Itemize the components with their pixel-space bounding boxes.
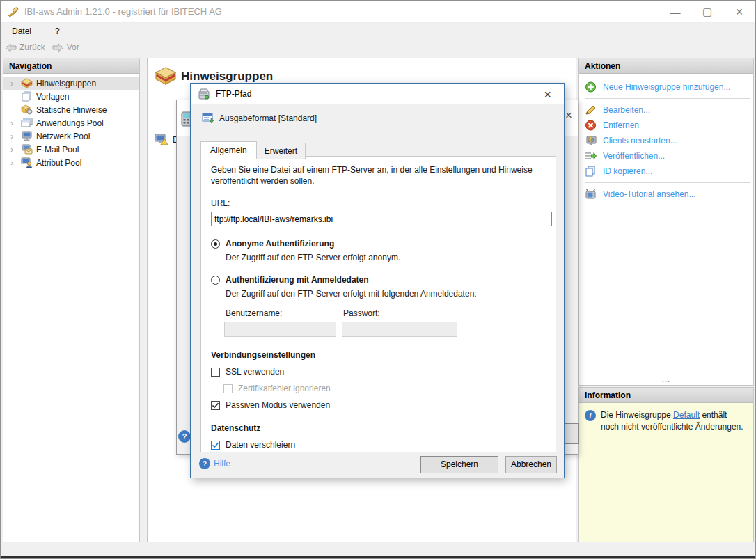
back-arrow-icon bbox=[5, 43, 17, 52]
expand-chevron-icon[interactable]: › bbox=[10, 80, 17, 87]
expand-chevron-icon[interactable]: › bbox=[10, 146, 17, 153]
url-input[interactable] bbox=[211, 212, 552, 226]
output-format-row: Ausgabeformat [Standard] bbox=[202, 113, 317, 123]
menu-bar: Datei ? bbox=[1, 23, 755, 39]
username-label: Benutzername: bbox=[226, 308, 343, 318]
templates-icon bbox=[21, 91, 33, 102]
expand-chevron-icon[interactable]: › bbox=[10, 120, 17, 127]
nav-item-statische-hinweise[interactable]: Statische Hinweise bbox=[3, 103, 139, 116]
nav-label: Hinweisgruppen bbox=[36, 79, 96, 88]
tab-erweitert[interactable]: Erweitert bbox=[256, 143, 306, 159]
window-bottom-edge bbox=[1, 556, 755, 558]
panel-splitter-handle[interactable]: … bbox=[661, 374, 671, 384]
dialog-title: FTP-Pfad bbox=[216, 89, 251, 99]
tab-panel-allgemein: Geben Sie eine Datei auf einem FTP-Serve… bbox=[200, 156, 556, 452]
information-message: Die Hinweisgruppe Default enthält noch n… bbox=[601, 409, 743, 535]
password-label: Passwort: bbox=[343, 308, 380, 318]
help-label: Hilfe bbox=[214, 459, 230, 469]
dialog-titlebar: FTP-Pfad × bbox=[191, 84, 564, 104]
output-format-label: Ausgabeformat [Standard] bbox=[219, 113, 317, 123]
nav-label: Statische Hinweise bbox=[36, 105, 107, 115]
action-label: ID kopieren... bbox=[603, 166, 652, 176]
nav-item-vorlagen[interactable]: Vorlagen bbox=[3, 90, 139, 103]
help-link[interactable]: ? Hilfe bbox=[199, 458, 230, 469]
window-title: IBI-aws Admin 1.21.0 - registriert für I… bbox=[24, 6, 222, 17]
nav-label: Anwendungs Pool bbox=[36, 118, 104, 128]
action-add-notice-group[interactable]: Neue Hinweisgruppe hinzufügen... bbox=[585, 79, 753, 95]
nav-toolbar: Zurück Vor bbox=[1, 39, 755, 56]
action-copy-id[interactable]: ID kopieren... bbox=[585, 164, 753, 179]
minimize-button[interactable]: — bbox=[659, 1, 691, 23]
nav-item-netzwerk-pool[interactable]: › Netzwerk Pool bbox=[3, 129, 139, 143]
tab-allgemein[interactable]: Allgemein bbox=[200, 141, 257, 159]
nav-label: Attribut Pool bbox=[36, 158, 81, 168]
dialog-tabs: Allgemein Erweitert bbox=[200, 141, 305, 159]
checkbox-icon bbox=[223, 384, 233, 393]
passive-mode-label: Passiven Modus verwenden bbox=[226, 400, 330, 410]
menu-datei[interactable]: Datei bbox=[9, 25, 34, 38]
obfuscate-data-label: Daten verschleiern bbox=[226, 440, 295, 450]
action-remove[interactable]: Entfernen bbox=[585, 118, 753, 133]
background-dialog-close-button[interactable]: × bbox=[565, 109, 572, 123]
navigation-header: Navigation bbox=[3, 58, 139, 74]
email-pool-icon bbox=[21, 144, 33, 155]
attribute-pool-icon bbox=[21, 157, 33, 168]
restart-clients-icon bbox=[585, 135, 597, 146]
radio-credentials-auth[interactable]: Authentifizierung mit Anmeldedaten bbox=[211, 275, 546, 285]
actions-header: Aktionen bbox=[579, 58, 753, 74]
maximize-button[interactable]: ▢ bbox=[691, 1, 723, 23]
notice-group-row[interactable]: D bbox=[155, 134, 179, 145]
actions-panel: Aktionen Neue Hinweisgruppe hinzufügen..… bbox=[578, 58, 754, 386]
action-label: Veröffentlichen... bbox=[603, 151, 665, 161]
edit-icon bbox=[585, 104, 597, 116]
menu-help[interactable]: ? bbox=[52, 25, 63, 38]
password-input bbox=[342, 322, 457, 337]
output-format-icon bbox=[202, 113, 214, 123]
action-restart-clients[interactable]: Clients neustarten... bbox=[585, 133, 753, 148]
cancel-button[interactable]: Abbrechen bbox=[505, 456, 557, 473]
expand-chevron-icon[interactable]: › bbox=[10, 159, 17, 166]
nav-label: Vorlagen bbox=[36, 92, 69, 102]
background-help-icon[interactable]: ? bbox=[178, 430, 191, 443]
checkbox-obfuscate-data[interactable]: Daten verschleiern bbox=[211, 440, 546, 450]
notice-groups-icon bbox=[21, 78, 33, 88]
window-close-button[interactable]: × bbox=[723, 1, 755, 23]
title-bar: IBI-aws Admin 1.21.0 - registriert für I… bbox=[1, 1, 755, 23]
application-pool-icon bbox=[21, 118, 33, 128]
checkbox-ssl[interactable]: SSL verwenden bbox=[211, 367, 546, 377]
radio-anonymous-auth[interactable]: Anonyme Authentifizierung bbox=[211, 239, 546, 249]
monitor-warning-icon bbox=[155, 134, 168, 145]
nav-label: E-Mail Pool bbox=[36, 145, 79, 155]
radio-icon bbox=[211, 239, 220, 249]
navigation-tree: › Hinweisgruppen Vorlagen Statische Hinw… bbox=[3, 74, 139, 169]
action-label: Clients neustarten... bbox=[603, 136, 677, 145]
static-notices-icon bbox=[21, 104, 33, 115]
nav-item-hinweisgruppen[interactable]: › Hinweisgruppen bbox=[3, 77, 139, 90]
action-label: Entfernen bbox=[603, 120, 639, 130]
nav-item-anwendungs-pool[interactable]: › Anwendungs Pool bbox=[3, 116, 139, 129]
action-publish[interactable]: Veröffentlichen... bbox=[585, 148, 753, 164]
notice-groups-heading-icon bbox=[155, 66, 177, 86]
back-button[interactable]: Zurück bbox=[5, 42, 45, 52]
ftp-server-icon bbox=[198, 88, 210, 100]
forward-button[interactable]: Vor bbox=[52, 42, 79, 52]
radio-credentials-label: Authentifizierung mit Anmeldedaten bbox=[226, 275, 369, 285]
action-label: Bearbeiten... bbox=[603, 105, 650, 115]
nav-label: Netzwerk Pool bbox=[36, 132, 90, 141]
nav-item-email-pool[interactable]: › E-Mail Pool bbox=[3, 143, 139, 156]
divider bbox=[585, 98, 750, 99]
expand-chevron-icon[interactable]: › bbox=[10, 133, 17, 140]
ftp-path-dialog: FTP-Pfad × Ausgabeformat [Standard] Allg… bbox=[190, 83, 565, 478]
information-panel: Information i Die Hinweisgruppe Default … bbox=[578, 387, 754, 542]
action-video-tutorial[interactable]: Video-Tutorial ansehen... bbox=[585, 187, 753, 202]
default-group-link[interactable]: Default bbox=[673, 410, 700, 420]
dialog-close-button[interactable]: × bbox=[540, 86, 556, 104]
checkbox-passive-mode[interactable]: Passiven Modus verwenden bbox=[211, 400, 546, 410]
divider bbox=[585, 182, 750, 183]
action-edit[interactable]: Bearbeiten... bbox=[585, 102, 753, 118]
credentials-auth-description: Der Zugriff auf den FTP-Server erfolgt m… bbox=[226, 289, 546, 299]
nav-item-attribut-pool[interactable]: › Attribut Pool bbox=[3, 156, 139, 169]
copy-id-icon bbox=[585, 166, 597, 177]
publish-icon bbox=[585, 150, 597, 162]
save-button[interactable]: Speichern bbox=[420, 456, 498, 473]
